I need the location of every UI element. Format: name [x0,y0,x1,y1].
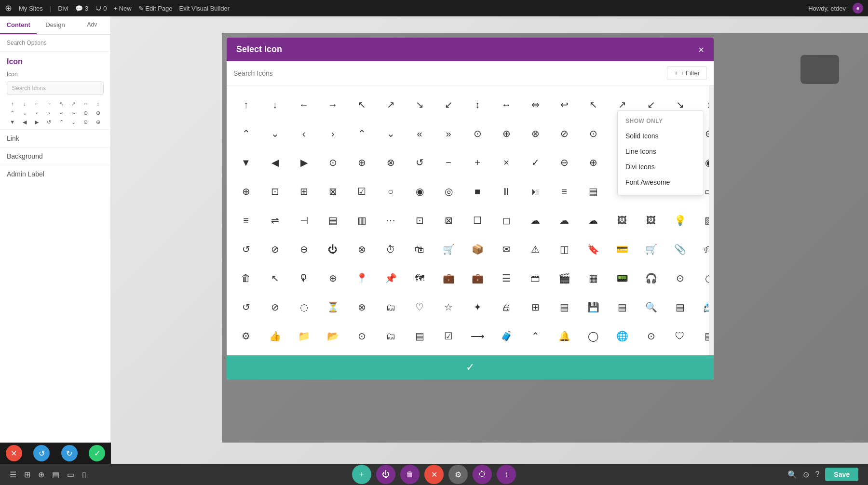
icon-cell[interactable]: ⊘ [552,121,577,146]
icon-cell[interactable]: 💳 [610,237,635,262]
my-sites-link[interactable]: My Sites [19,5,43,12]
icon-cell[interactable]: ⊙ [320,150,345,175]
filter-solid-icons[interactable]: Solid Icons [618,128,704,144]
filter-divi-icons[interactable]: Divi Icons [618,159,704,175]
icon-cell[interactable]: 🗂 [378,295,403,320]
help-toolbar-icon[interactable]: ? [815,470,819,479]
timer-button[interactable]: ⏱ [473,465,492,484]
dialog-scrollbar[interactable] [709,85,714,355]
icon-cell[interactable]: ⊘ [262,295,287,320]
icon-cell[interactable]: ♡ [407,295,432,320]
icon-cell[interactable]: ⌃ [233,121,258,146]
close-button[interactable]: ✕ [424,465,444,484]
icon-cell[interactable]: ↩ [552,92,577,117]
icon-search-input[interactable]: Search Icons [7,81,104,95]
toolbar-grid-icon[interactable]: ⊞ [24,470,30,479]
icon-cell[interactable]: ⊗ [378,150,403,175]
icon-cell[interactable]: ▤ [667,295,692,320]
icon-cell[interactable]: ⊣ [291,208,316,233]
icon-cell[interactable]: ⇌ [262,208,287,233]
icon-cell[interactable]: ⊠ [436,208,461,233]
power-button[interactable]: ⏻ [376,465,395,484]
icon-cell[interactable]: 🗂 [378,323,403,349]
icon-cell[interactable]: ↓ [262,92,287,117]
icon-cell[interactable]: ▥ [349,208,374,233]
icon-cell[interactable]: ▤ [696,323,709,349]
icon-cell[interactable]: 📟 [610,266,635,291]
icon-cell[interactable]: ⊗ [349,237,374,262]
icon-cell[interactable]: ☑ [349,179,374,204]
icon-cell[interactable]: 💾 [581,295,606,320]
icon-cell[interactable]: 🔍 [638,295,664,320]
icon-cell[interactable]: 🧳 [494,323,519,349]
icon-cell[interactable]: ⊕ [494,121,519,146]
icon-cell[interactable]: ◉ [407,179,432,204]
icon-cell[interactable]: ↖ [262,266,287,291]
icon-cell[interactable]: ✉ [494,237,519,262]
icon-cell[interactable]: 🌐 [610,323,635,349]
icon-cell[interactable]: ≡ [552,179,577,204]
icon-cell[interactable]: ⚙ [233,323,258,349]
icon-cell[interactable]: ☑ [436,323,461,349]
icon-cell[interactable]: ⊙ [349,323,374,349]
icon-cell[interactable]: ✓ [523,150,548,175]
icon-cell[interactable]: ⊞ [523,295,548,320]
toolbar-tablet-icon[interactable]: ▭ [67,470,74,479]
icon-cell[interactable]: 💡 [667,208,692,233]
filter-button[interactable]: + + Filter [667,66,707,80]
icon-cell[interactable]: ↔ [494,92,519,117]
icon-cell[interactable]: ↺ [233,295,258,320]
icon-cell[interactable]: 🎧 [638,266,664,291]
icon-cell[interactable]: ⏳ [320,295,345,320]
icon-cell[interactable]: ⋯ [378,208,403,233]
background-section[interactable]: Background [0,147,110,165]
filter-font-awesome[interactable]: Font Awesome [618,175,704,190]
dialog-confirm-bar[interactable]: ✓ [227,355,714,379]
icon-cell[interactable]: ↑ [233,92,258,117]
divi-link[interactable]: Divi [58,5,68,12]
toolbar-link-icon[interactable]: ⊕ [38,470,44,479]
icon-cell[interactable]: 📌 [378,266,403,291]
icon-cell[interactable]: ⊕ [320,266,345,291]
icon-cell[interactable]: ↕ [465,92,490,117]
icon-cell[interactable]: ■ [465,179,490,204]
icon-cell[interactable]: ↖ [349,92,374,117]
exit-builder-button[interactable]: Exit Visual Builder [179,5,230,12]
icon-cell[interactable]: ○ [378,179,403,204]
icon-cell[interactable]: ← [291,92,316,117]
icon-cell[interactable]: 🖼 [638,208,664,233]
icon-cell[interactable]: ☁ [581,208,606,233]
icon-cell[interactable]: 📦 [465,237,490,262]
icon-cell[interactable]: 🔖 [581,237,606,262]
save-button[interactable]: Save [825,468,858,481]
icon-cell[interactable]: « [407,121,432,146]
icon-cell[interactable]: ⊙ [667,266,692,291]
avatar[interactable]: e [853,3,863,13]
icon-cell[interactable]: ⊗ [523,121,548,146]
icon-cell[interactable]: − [436,150,461,175]
redo-button[interactable]: ↻ [61,445,78,461]
icon-cell[interactable]: ▨ [696,208,709,233]
icon-cell[interactable]: 📁 [291,323,316,349]
confirm-footer-button[interactable]: ✓ [89,445,105,461]
icon-cell[interactable]: ⇔ [523,92,548,117]
icon-cell[interactable]: 🎙 [291,266,316,291]
icon-cell[interactable]: ☁ [552,208,577,233]
icon-cell[interactable]: ▤ [552,295,577,320]
tab-advanced[interactable]: Adv [74,16,110,34]
delete-button[interactable]: 🗑 [400,465,420,484]
comments-link[interactable]: 💬 3 [75,5,88,12]
tab-content[interactable]: Content [0,16,37,34]
icon-cell[interactable]: 💼 [465,266,490,291]
icon-cell[interactable]: ↺ [233,237,258,262]
icon-cell[interactable]: × [494,150,519,175]
icon-cell[interactable]: ▤ [407,323,432,349]
icon-cell[interactable]: ⊕ [349,150,374,175]
icon-cell[interactable]: ⊡ [262,179,287,204]
link-section[interactable]: Link [0,129,110,147]
icon-cell[interactable]: » [436,121,461,146]
icon-cell[interactable]: ☰ [494,266,519,291]
icon-cell[interactable]: ⊕ [581,150,606,175]
icon-cell[interactable]: ⌃ [523,323,548,349]
toolbar-desktop-icon[interactable]: ▤ [52,470,59,479]
